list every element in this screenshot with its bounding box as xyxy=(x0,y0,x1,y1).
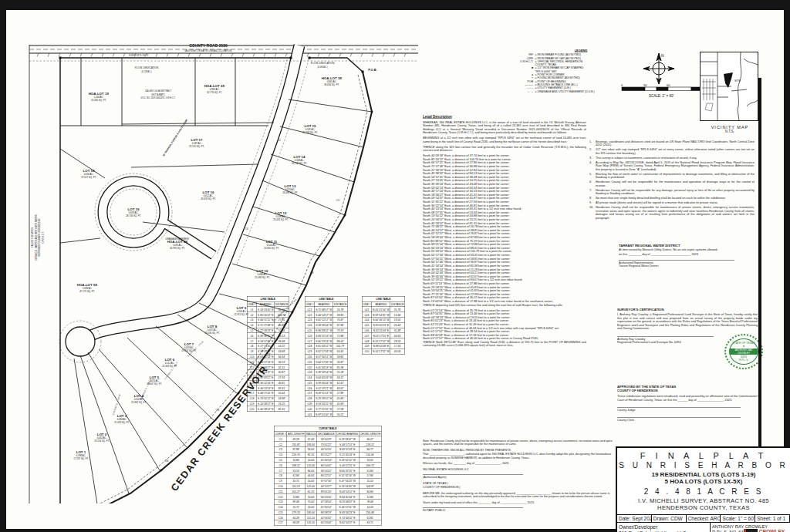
curve-table-cell: C4 xyxy=(274,452,287,457)
line-table-1-cell: 45.87' xyxy=(275,369,289,375)
line-table-2-row: L41N 87°01'00" W30.22' xyxy=(305,412,347,417)
curve-table-cell: 60°23'44" xyxy=(317,520,336,526)
title-strip-cell: Sheet: 1 of 1 xyxy=(755,515,790,522)
curve-table-row: C1389.48'70.00'47°28'54"N 23°08'47" E78.… xyxy=(274,499,381,504)
curve-table-cell: S 44°17'51" W xyxy=(336,504,359,510)
line-table-2-row: L38S 29°18'55" W45.83' xyxy=(305,396,347,401)
plat-screenshot: LOT 10.398 AC.17,337 SQ. FT.LOT 20.442 A… xyxy=(0,0,790,532)
curve-table-cell: 64.28' xyxy=(287,515,306,520)
line-table-2-row: L29S 02°17'34" W63.45' xyxy=(305,348,347,354)
line-table-1-row: L1S 14°23'45" E81.76' xyxy=(247,307,289,312)
line-table-2-cell: 21.28' xyxy=(333,369,348,375)
acreage-line: 2 4 . 4 8 1 A C R E S xyxy=(617,487,790,496)
line-table-1-cell: 36.88' xyxy=(275,322,289,328)
line-table-1-cell: L20 xyxy=(247,406,257,412)
setback-easement-lines xyxy=(29,59,418,362)
curve-table-cell: 61°30'14" xyxy=(317,504,336,510)
curve-table-cell: 125.00' xyxy=(306,463,317,468)
line-table-2-row: L35S 39°40'44" W62.67' xyxy=(305,380,347,386)
curve-table-cell: 84°10'02" xyxy=(317,463,336,468)
general-notes: 1.Bearings, coordinates and distances ci… xyxy=(589,140,755,246)
line-table-1-row: L6S 49°38'32" E84.53' xyxy=(247,333,289,338)
lot-label: LOT 30.483 AC.21,039 SQ. FT. xyxy=(114,414,130,424)
curve-table-cell: S 23°24'30" W xyxy=(336,483,359,489)
curve-table-header: CURVE # xyxy=(274,431,287,436)
curve-table-row: C1664.28'115.20'42°56'32"S 72°44'52" E62… xyxy=(274,515,381,520)
line-table-3-cell: 44.63' xyxy=(390,333,405,338)
curve-table-cell: S 44°17'51" E xyxy=(336,442,359,447)
line-table-3-header: BEARING xyxy=(372,301,390,307)
line-table-1-cell: L15 xyxy=(247,380,257,386)
line-table-1-cell: L19 xyxy=(247,401,257,406)
line-table-1-cell: S 85°20'22" E xyxy=(257,312,275,318)
line-table-2-cell: L21 xyxy=(305,307,315,312)
curve-table-cell: 87.88' xyxy=(287,446,306,452)
curve-table-cell: N 23°08'47" E xyxy=(336,499,359,504)
north-label: N xyxy=(661,53,664,58)
line-table-2-cell: S 72°48'57" W xyxy=(315,307,333,312)
line-table-2-cell: L23 xyxy=(305,317,315,322)
line-table-1-cell: S 27°13'45" E xyxy=(257,343,275,348)
map-annotation: CALLED 1.05 ACRES xyxy=(31,227,34,247)
crowley-surveying-logo: ✦ CROWLEY SURVEYING xyxy=(744,529,788,532)
line-table-1-row: L4S 71°27'48" E36.88' xyxy=(247,322,289,328)
curve-table-row: C1213.84'14.00'56°13'20"N 64°42'44" E12.… xyxy=(274,494,381,500)
line-table-2-cell: L31 xyxy=(305,359,315,365)
vicinity-map-drawing: SITE xyxy=(700,52,758,121)
line-table-2-cell: 83.67' xyxy=(333,386,348,391)
line-table-2-cell: S 57°50'51" W xyxy=(315,354,333,359)
curve-table-cell: 80°22'51" xyxy=(317,473,336,478)
curve-table-cell: S 21°45'24" E xyxy=(336,452,359,457)
line-table-3-row: L47N 01°17'55" E44.63' xyxy=(362,333,404,338)
line-table-3-cell: 13.46' xyxy=(390,312,405,318)
line-table-3-cell: 17.33' xyxy=(390,343,405,348)
trwd-line: At time served by Monarch Utility Distri… xyxy=(619,247,756,251)
curve-table-row: C4126.74'85.16'85°15'27"S 21°45'24" E114… xyxy=(274,452,381,457)
line-table-1-cell: L13 xyxy=(247,369,257,375)
legal-paragraph: THENCE departing said 325 foot contour l… xyxy=(423,303,586,307)
line-table-2-header: BEARING xyxy=(315,301,333,307)
map-annotation: R.O.W. DEDICATION xyxy=(135,66,159,69)
line-table-2-cell: L27 xyxy=(305,338,315,344)
dedication-line: STATE OF TEXAS ) xyxy=(423,481,614,485)
line-table-1-row: L5S 22°18'19" E12.84' xyxy=(247,328,289,333)
line-table-1-row: L14S 11°39'22" E27.94' xyxy=(247,375,289,380)
line-table-1-cell: S 22°18'19" E xyxy=(257,328,275,333)
curve-table-cell: 44°10'10" xyxy=(317,446,336,452)
curve-table-cell: 14.00' xyxy=(306,494,317,500)
map-annotation: S 25°41'12" E — 212.35' xyxy=(112,393,122,416)
line-table-3-cell: N 01°17'55" E xyxy=(372,333,390,338)
legal-description-column: Legal Description WHEREAS, 360 REAL ESTA… xyxy=(423,115,586,439)
curve-table-header: CHORD LENGTH xyxy=(359,431,381,436)
note-text: Henderson County shall not be responsibl… xyxy=(596,206,755,220)
water-district-block: TARRANT REGIONAL WATER DISTRICT At time … xyxy=(619,244,756,290)
line-table-1-row: L12S 18°58'27" E41.31' xyxy=(247,365,289,370)
line-table-1-cell: S 30°22'54" E xyxy=(257,380,275,386)
note-text: Bearings, coordinates and distances cite… xyxy=(596,140,755,146)
line-table-1-cell: S 03°42'14" E xyxy=(257,354,275,359)
line-table-3-cell: N 88°42'08" E xyxy=(372,343,390,348)
map-annotation: R.O.W. DEDICATION xyxy=(311,62,335,65)
map-annotation: O.P.R.H.C.T. xyxy=(42,231,45,243)
survey-abstract-line: I.V. MICHELLI SURVEY, ABSTRACT NO. 485 xyxy=(617,497,790,504)
line-table-1-cell: 64.34' xyxy=(275,354,289,359)
curve-table-cell: 62.84' xyxy=(287,473,306,478)
line-table-2-row: L31S 64°17'46" W36.87' xyxy=(305,359,347,365)
curve-table-cell: N 65°37'25" E xyxy=(336,468,359,473)
line-table-3-cell: 35.78' xyxy=(390,307,405,312)
curve-table-cell: 235.82' xyxy=(287,442,306,447)
line-table-3-title: LINE TABLE xyxy=(362,296,404,301)
line-table-2-cell: L40 xyxy=(305,406,315,412)
line-table-2-cell: 85.38' xyxy=(333,365,348,370)
line-table-2-row: L32S 41°34'54" W85.38' xyxy=(305,365,347,370)
curve-table-header: ARC LENGTH xyxy=(287,431,306,436)
curve-table-cell: C8 xyxy=(274,473,287,478)
curve-table-cell: 114.34' xyxy=(359,452,381,457)
scale-tick-label: 60 xyxy=(667,84,670,87)
line-table-1-row: L16S 44°13'53" E69.31' xyxy=(247,386,289,391)
line-table-1-cell: L7 xyxy=(247,338,257,344)
line-table-2-cell: L26 xyxy=(305,333,315,338)
note-item: 3.This survey is subject to easements, c… xyxy=(589,156,755,160)
line-table-2-cell: 63.45' xyxy=(333,348,348,354)
crowley-logo-icon: ✦ xyxy=(744,529,758,532)
